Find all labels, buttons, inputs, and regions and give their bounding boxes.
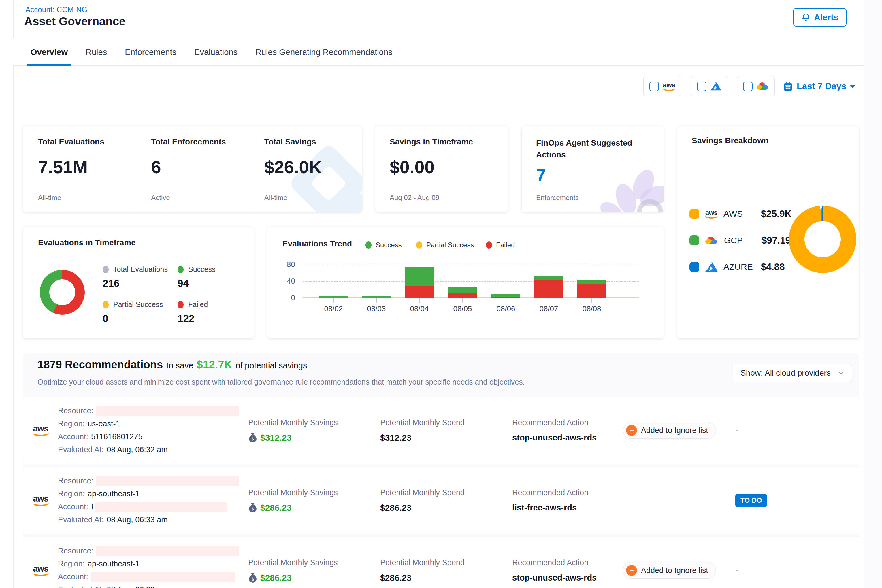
legend-label: Partial Success	[113, 300, 163, 309]
column-header: Potential Monthly Spend	[380, 488, 512, 497]
page-title: Asset Governance	[24, 15, 125, 28]
failed-bar-segment	[448, 293, 477, 298]
resource-label: Resource:	[58, 406, 93, 416]
legend-value: 94	[177, 278, 246, 289]
resource-label: Resource:	[58, 546, 93, 555]
evaluated-label: Evaluated At:	[58, 585, 104, 588]
recommendations-header: 1879 Recommendations to save $12.7K of p…	[38, 358, 307, 371]
azure-checkbox[interactable]	[697, 82, 706, 91]
tab-evaluations[interactable]: Evaluations	[192, 39, 239, 65]
chevron-down-icon	[850, 85, 855, 88]
legend-value: $25.9K	[761, 208, 792, 219]
legend-label: Success	[188, 265, 215, 273]
tab-rules-generating-recommendations[interactable]: Rules Generating Recommendations	[254, 39, 394, 65]
column-header: Recommended Action	[512, 558, 623, 567]
x-axis-label: 08/04	[402, 304, 436, 313]
savings-value: $312.23	[260, 433, 291, 443]
recommendation-row[interactable]: aws Resource: Region:ap-southeast-1 Acco…	[23, 537, 859, 588]
status-cell: -	[735, 566, 822, 575]
region-value: ap-southeast-1	[88, 560, 140, 568]
filter-provider-aws[interactable]: aws	[644, 76, 681, 96]
svg-text:$: $	[252, 506, 254, 511]
evaluated-value: 08 Aug, 06:32 am	[106, 446, 168, 454]
tab-enforcements[interactable]: Enforcements	[123, 39, 178, 65]
evaluated-value: 08 Aug, 06:32 am	[106, 585, 168, 588]
trend-bar-group	[448, 287, 477, 298]
metric-value: 7	[536, 165, 663, 185]
aws-logo-icon: aws	[33, 494, 49, 506]
metric-total-enforcements: Total Enforcements 6 Active	[136, 126, 249, 212]
added-to-ignore-list-pill[interactable]: – Added to Ignore list	[623, 562, 716, 579]
legend-value: 216	[103, 278, 171, 289]
date-range-selector[interactable]: Last 7 Days	[783, 78, 855, 95]
region-label: Region:	[58, 419, 85, 428]
filter-provider-gcp[interactable]	[737, 76, 775, 96]
failed-bar-segment	[405, 286, 434, 298]
success-bar-segment	[578, 280, 606, 284]
recommendations-subtitle: Optimize your cloud assets and minimize …	[38, 378, 525, 387]
trend-bar-group	[405, 267, 434, 298]
alerts-button-label: Alerts	[814, 12, 838, 22]
filter-provider-azure[interactable]	[690, 76, 728, 96]
resource-label: Resource:	[58, 477, 93, 485]
gcp-checkbox[interactable]	[743, 82, 753, 91]
legend-label: Failed	[496, 241, 515, 249]
spend-value: $286.23	[380, 503, 512, 513]
recommendations-count: 1879 Recommendations	[38, 358, 163, 371]
savings-value: $286.23	[260, 503, 291, 513]
show-cloud-providers-dropdown[interactable]: Show: All cloud providers	[733, 364, 852, 382]
potential-monthly-savings: Potential Monthly Savings $ $312.23	[248, 418, 380, 443]
recommendation-row[interactable]: aws Resource: Region:ap-southeast-1 Acco…	[23, 466, 859, 534]
card-title: FinOps Agent Suggested Actions	[536, 137, 646, 160]
partial-success-dot	[103, 301, 109, 308]
x-tick	[591, 298, 592, 303]
y-axis-tick: 0	[278, 293, 295, 302]
account-breadcrumb-link[interactable]: Account: CCM-NG	[26, 5, 87, 14]
legend-partial-success: Partial Success 0	[103, 300, 171, 324]
total-evaluations-dot	[103, 266, 109, 273]
tab-rules[interactable]: Rules	[84, 39, 109, 65]
tab-overview[interactable]: Overview	[29, 39, 69, 65]
card-title: Savings in Timeframe	[390, 137, 508, 146]
redacted-resource	[96, 406, 239, 416]
aws-checkbox[interactable]	[650, 82, 659, 91]
left-rail-divider	[13, 0, 14, 588]
legend-value: 122	[177, 313, 246, 324]
recommendation-row[interactable]: aws Resource: Region:us-east-1 Account:5…	[23, 397, 859, 464]
metric-caption: Aug 02 - Aug 09	[390, 194, 508, 202]
x-axis-label: 08/05	[446, 304, 480, 313]
success-bar-segment	[534, 276, 563, 280]
column-header: Potential Monthly Spend	[380, 418, 512, 427]
legend-label: AZURE	[723, 262, 755, 272]
metric-caption: Active	[151, 194, 249, 202]
column-header: Recommended Action	[512, 418, 623, 427]
finops-agent-card: FinOps Agent Suggested Actions 7 Enforce…	[522, 126, 663, 212]
success-bar-segment	[492, 294, 520, 297]
x-axis-label: 08/08	[574, 304, 609, 313]
card-title: Evaluations in Timeframe	[38, 238, 136, 247]
aws-logo-icon: aws	[663, 82, 675, 91]
alerts-button[interactable]: Alerts	[793, 8, 846, 27]
card-title: Evaluations Trend	[282, 239, 352, 249]
legend-label: GCP	[724, 236, 756, 245]
savings-value: $286.23	[260, 573, 291, 583]
evaluated-value: 08 Aug, 06:33 am	[106, 515, 168, 524]
account-label: Account:	[58, 502, 88, 512]
x-tick	[376, 298, 377, 303]
potential-monthly-spend: Potential Monthly Spend $286.23	[380, 558, 512, 583]
svg-text:$: $	[252, 576, 254, 581]
x-tick	[419, 298, 420, 303]
x-tick	[506, 298, 506, 303]
legend-total-evaluations: Total Evaluations 216	[103, 265, 171, 289]
gcp-color-chip	[690, 236, 699, 245]
trend-legend-failed: Failed	[486, 241, 515, 249]
ignore-pill-label: Added to Ignore list	[641, 426, 708, 435]
redacted-account	[91, 572, 235, 582]
metric-value: $0.00	[390, 157, 508, 177]
breakdown-legend-gcp: GCP $97.19	[690, 234, 790, 247]
money-bag-icon: $	[248, 573, 257, 583]
legend-failed: Failed 122	[177, 300, 246, 324]
legend-label: Success	[376, 241, 402, 249]
added-to-ignore-list-pill[interactable]: – Added to Ignore list	[623, 422, 716, 439]
recommended-action: Recommended Action stop-unused-aws-rds	[512, 558, 623, 582]
